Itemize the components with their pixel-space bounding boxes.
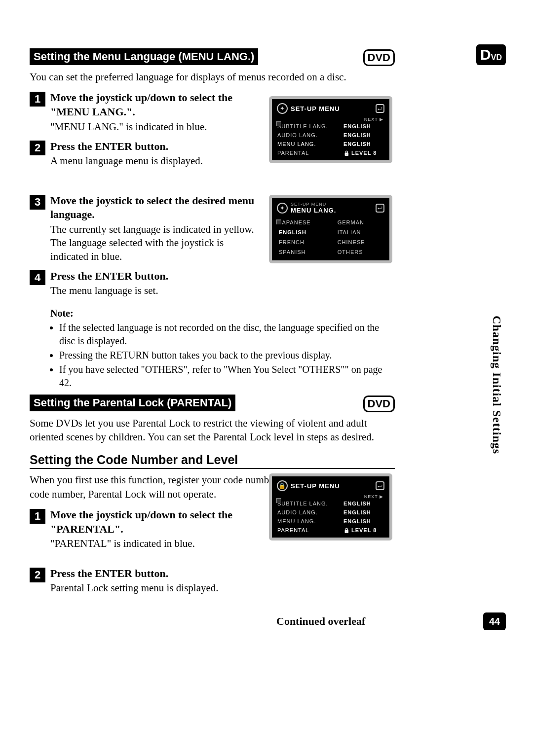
continued-overleaf: Continued overleaf (276, 615, 365, 628)
note-item: Pressing the RETURN button takes you bac… (59, 349, 396, 362)
step-number: 1 (30, 92, 45, 107)
step-text: "PARENTAL" is indicated in blue. (50, 537, 257, 550)
osd-menu-lang-grid: ✦ SET-UP MENU MENU LANG. ⮐ JAPANESEGERMA… (269, 195, 392, 263)
osd-setup-parental: 🔒 SET-UP MENU ⮐ NEXT ▶ SUBTITLE LANG.ENG… (269, 473, 392, 540)
tab-indicator-icon (276, 121, 281, 126)
step-title: Press the ENTER button. (50, 140, 203, 154)
tab-main: D (480, 46, 491, 63)
section-heading-menu-lang: Setting the Menu Language (MENU LANG.) (30, 48, 258, 65)
lock-icon (343, 527, 351, 533)
step-text: "MENU LANG." is indicated in blue. (50, 120, 257, 134)
side-chapter-label: Changing Initial Settings (490, 316, 503, 454)
osd-next: NEXT ▶ (275, 117, 386, 122)
step-title: Press the ENTER button. (50, 269, 168, 284)
note-block: Note: If the selected language is not re… (50, 307, 396, 390)
section-tab-dvd: DVD (476, 44, 506, 65)
step-title: Move the joystick to select the desired … (50, 194, 257, 222)
globe-icon: ✦ (277, 103, 288, 114)
tab-indicator-icon (276, 219, 281, 224)
step-1: 1 Move the joystick up/down to select th… (30, 91, 257, 133)
globe-icon: ✦ (277, 203, 288, 214)
osd-row-highlighted: PARENTALLEVEL 8 (275, 526, 386, 535)
osd-super-title: SET-UP MENU (291, 202, 336, 207)
step-number: 3 (30, 195, 45, 210)
step-title: Move the joystick up/down to select the … (50, 508, 257, 536)
osd-rows: SUBTITLE LANG.ENGLISH AUDIO LANG.ENGLISH… (275, 499, 386, 535)
osd-setup-menu-lang: ✦ SET-UP MENU ⮐ NEXT ▶ SUBTITLE LANG.ENG… (269, 96, 392, 163)
osd-next: NEXT ▶ (275, 494, 386, 499)
tab-indicator-icon (276, 498, 281, 503)
step-2: 2 Press the ENTER button. A menu languag… (30, 140, 257, 168)
step-p2: 2 Press the ENTER button. Parental Lock … (30, 567, 257, 595)
step-text: The currently set language is indicated … (50, 223, 257, 263)
osd-title: SET-UP MENU (291, 482, 340, 490)
step-4: 4 Press the ENTER button. The menu langu… (30, 269, 257, 298)
osd-row-highlighted: MENU LANG.ENGLISH (275, 140, 386, 148)
osd-row: PARENTALLEVEL 8 (275, 148, 386, 157)
osd-row: MENU LANG.ENGLISH (275, 517, 386, 526)
section2-intro: Some DVDs let you use Parental Lock to r… (30, 416, 395, 444)
step-number: 4 (30, 270, 45, 285)
osd-row: SUBTITLE LANG.ENGLISH (275, 122, 386, 131)
osd-rows: SUBTITLE LANG.ENGLISH AUDIO LANG.ENGLISH… (275, 122, 386, 157)
lock-icon: 🔒 (277, 480, 288, 491)
step-p1: 1 Move the joystick up/down to select th… (30, 508, 257, 550)
step-text: Parental Lock setting menu is displayed. (50, 581, 219, 595)
section1-intro: You can set the preferred language for d… (30, 70, 395, 84)
osd-row: SUBTITLE LANG.ENGLISH (275, 499, 386, 508)
lock-icon (343, 150, 351, 156)
step-title: Press the ENTER button. (50, 567, 219, 581)
osd-row: AUDIO LANG.ENGLISH (275, 508, 386, 517)
page-number-badge: 44 (483, 612, 506, 630)
tab-sub: VD (491, 53, 502, 62)
dvd-badge-icon: DVD (363, 49, 395, 66)
step-number: 2 (30, 568, 45, 582)
osd-title: SET-UP MENU (291, 105, 340, 112)
osd-lang-grid: JAPANESEGERMAN ENGLISHITALIAN FRENCHCHIN… (275, 217, 386, 257)
osd-title: MENU LANG. (291, 207, 336, 214)
dvd-badge-icon: DVD (363, 396, 395, 412)
note-item: If you have selected "OTHERS", refer to … (59, 363, 396, 390)
note-item: If the selected language is not recorded… (59, 321, 396, 348)
note-title: Note: (50, 307, 396, 320)
subheading-code-level: Setting the Code Number and Level (30, 453, 395, 469)
step-number: 1 (30, 509, 45, 524)
step-number: 2 (30, 141, 45, 155)
step-text: A menu language menu is displayed. (50, 154, 203, 168)
osd-row: AUDIO LANG.ENGLISH (275, 131, 386, 140)
section-heading-parental: Setting the Parental Lock (PARENTAL) (30, 395, 235, 411)
step-3: 3 Move the joystick to select the desire… (30, 194, 257, 263)
step-text: The menu language is set. (50, 284, 168, 297)
return-icon: ⮐ (376, 204, 384, 213)
return-icon: ⮐ (376, 481, 384, 490)
step-title: Move the joystick up/down to select the … (50, 91, 257, 119)
return-icon: ⮐ (376, 104, 384, 113)
